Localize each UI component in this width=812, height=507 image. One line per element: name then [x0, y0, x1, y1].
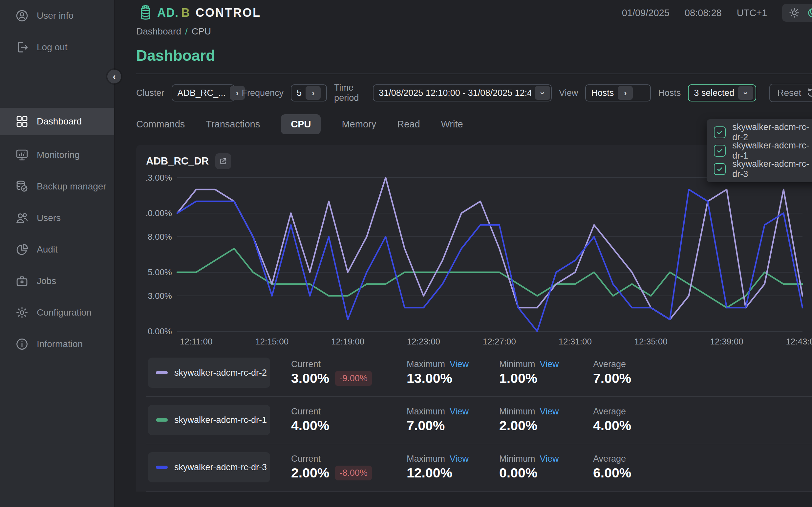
sidebar: User info Log out ‹ Dashboard: [0, 0, 115, 507]
view-value: Hosts: [591, 88, 614, 98]
stat-label: Minimum: [499, 454, 535, 464]
sidebar-item-label: Backup manager: [37, 181, 106, 192]
stat-value: 2.00%: [499, 418, 537, 434]
sidebar-item-audit[interactable]: Audit: [0, 234, 114, 265]
sidebar-item-dashboard[interactable]: Dashboard: [0, 108, 114, 135]
sidebar-item-users[interactable]: Users: [0, 202, 114, 234]
cpu-line-chart[interactable]: 13.00%10.00%8.00%5.00%3.00%0.00%12:11:00…: [146, 171, 812, 348]
time-period-value: 31/08/2025 12:10:00 - 31/08/2025 12:42:5…: [379, 88, 531, 98]
theme-toggle[interactable]: [782, 4, 812, 22]
tab-commands[interactable]: Commands: [136, 114, 185, 134]
sidebar-nav: Dashboard Monitoring Backup manager: [0, 108, 114, 360]
stat-label: Average: [593, 406, 626, 417]
stat-label: Current: [291, 454, 321, 464]
breadcrumb-section[interactable]: Dashboard: [136, 26, 181, 37]
hosts-value: 3 selected: [694, 88, 734, 98]
host-legend-pill[interactable]: skywalker-adcm-rc-dr-3: [148, 452, 270, 483]
sidebar-item-label: Audit: [37, 244, 58, 255]
hosts-multiselect[interactable]: 3 selected ›: [688, 84, 756, 102]
delta-badge: -8.00%: [335, 466, 372, 481]
frequency-select[interactable]: 5 ›: [291, 84, 327, 102]
host-stat-row: skywalker-adcm-rc-dr-2 Current 3.00% -9.…: [146, 350, 812, 396]
view-maximum-link[interactable]: View: [450, 359, 469, 370]
sidebar-item-information[interactable]: Information: [0, 328, 114, 360]
view-minimum-link[interactable]: View: [540, 406, 559, 417]
view-minimum-link[interactable]: View: [540, 359, 559, 370]
cluster-label: Cluster: [136, 88, 165, 98]
stat-minimum: Minimum View 1.00%: [499, 359, 572, 386]
stat-value: 12.00%: [407, 465, 452, 481]
host-legend-pill[interactable]: skywalker-adcm-rc-dr-2: [148, 357, 270, 388]
cluster-select[interactable]: ADB_RC_... ›: [172, 84, 235, 102]
reset-button[interactable]: Reset: [769, 84, 812, 102]
stat-average: Average 6.00%: [593, 454, 665, 481]
sidebar-item-label: Jobs: [37, 276, 56, 286]
sidebar-collapse-button[interactable]: ‹: [107, 70, 121, 83]
stat-label: Current: [291, 406, 321, 417]
tab-read[interactable]: Read: [397, 114, 420, 134]
time-period-input[interactable]: 31/08/2025 12:10:00 - 31/08/2025 12:42:5…: [373, 84, 552, 102]
moon-icon[interactable]: [807, 7, 812, 18]
briefcase-icon: [15, 274, 29, 288]
tab-cpu[interactable]: CPU: [281, 114, 321, 134]
checkbox-checked-icon[interactable]: [714, 163, 726, 175]
stat-value: 4.00%: [593, 418, 631, 434]
sidebar-item-configuration[interactable]: Configuration: [0, 297, 114, 328]
stat-maximum: Maximum View 13.00%: [407, 359, 478, 386]
view-minimum-link[interactable]: View: [540, 454, 559, 464]
breadcrumb-page: CPU: [192, 26, 211, 37]
monitor-chart-icon: [15, 148, 29, 162]
sun-icon[interactable]: [789, 7, 800, 18]
chevron-down-icon[interactable]: ›: [535, 86, 550, 100]
sidebar-item-monitoring[interactable]: Monitoring: [0, 139, 114, 171]
chevron-right-icon[interactable]: ›: [306, 86, 321, 100]
timezone: UTC+1: [737, 8, 767, 18]
checkbox-checked-icon[interactable]: [714, 126, 726, 138]
svg-text:12:43:00: 12:43:00: [786, 337, 812, 346]
tab-write[interactable]: Write: [441, 114, 463, 134]
tab-transactions[interactable]: Transactions: [206, 114, 260, 134]
view-maximum-link[interactable]: View: [450, 454, 469, 464]
hosts-dropdown-option[interactable]: skywalker-adcm-rc-dr-3: [707, 160, 812, 178]
stat-label: Average: [593, 454, 626, 464]
sidebar-item-user-info[interactable]: User info: [0, 0, 114, 32]
chevron-right-icon[interactable]: ›: [618, 86, 633, 100]
host-stats-list: skywalker-adcm-rc-dr-2 Current 3.00% -9.…: [146, 350, 812, 492]
svg-text:0.00%: 0.00%: [148, 326, 172, 336]
stat-value: 6.00%: [593, 465, 631, 481]
stat-label: Average: [593, 359, 626, 370]
reset-label: Reset: [777, 88, 801, 98]
stat-current: Current 2.00% -8.00%: [291, 454, 386, 481]
view-maximum-link[interactable]: View: [450, 406, 469, 417]
chevron-down-icon[interactable]: ›: [738, 86, 753, 100]
series-color-swatch: [156, 466, 168, 469]
host-option-label: skywalker-adcm-rc-dr-3: [732, 159, 812, 179]
svg-text:8.00%: 8.00%: [148, 232, 172, 242]
tab-memory[interactable]: Memory: [342, 114, 376, 134]
main-content: AD.B CONTROL 01/09/2025 08:08:28 UTC+1: [115, 0, 812, 507]
stat-value: 1.00%: [499, 371, 537, 386]
stat-value: 0.00%: [499, 465, 537, 481]
svg-text:12:15:00: 12:15:00: [255, 337, 289, 346]
sidebar-item-log-out[interactable]: Log out: [0, 32, 114, 63]
user-icon: [15, 9, 29, 23]
hosts-dropdown-panel: skywalker-adcm-rc-dr-2 skywalker-adcm-rc…: [707, 119, 812, 182]
svg-text:12:35:00: 12:35:00: [634, 337, 668, 346]
stat-maximum: Maximum View 7.00%: [407, 406, 478, 434]
frequency-label: Frequency: [242, 88, 284, 98]
logout-icon: [15, 40, 29, 54]
checkbox-checked-icon[interactable]: [714, 145, 726, 157]
sidebar-item-backup-manager[interactable]: Backup manager: [0, 171, 114, 202]
stat-value: 4.00%: [291, 418, 329, 434]
stats-bottom-divider: [146, 491, 812, 492]
hosts-dropdown-option[interactable]: skywalker-adcm-rc-dr-1: [707, 142, 812, 160]
open-fullscreen-button[interactable]: [215, 153, 231, 169]
hosts-dropdown-option[interactable]: skywalker-adcm-rc-dr-2: [707, 123, 812, 142]
host-legend-pill[interactable]: skywalker-adcm-rc-dr-1: [148, 405, 270, 435]
title-divider: [136, 73, 812, 74]
svg-text:12:39:00: 12:39:00: [710, 337, 743, 346]
sidebar-item-jobs[interactable]: Jobs: [0, 265, 114, 297]
host-option-label: skywalker-adcm-rc-dr-1: [732, 140, 812, 161]
view-select[interactable]: Hosts ›: [585, 84, 651, 102]
page-title: Dashboard: [136, 47, 812, 64]
